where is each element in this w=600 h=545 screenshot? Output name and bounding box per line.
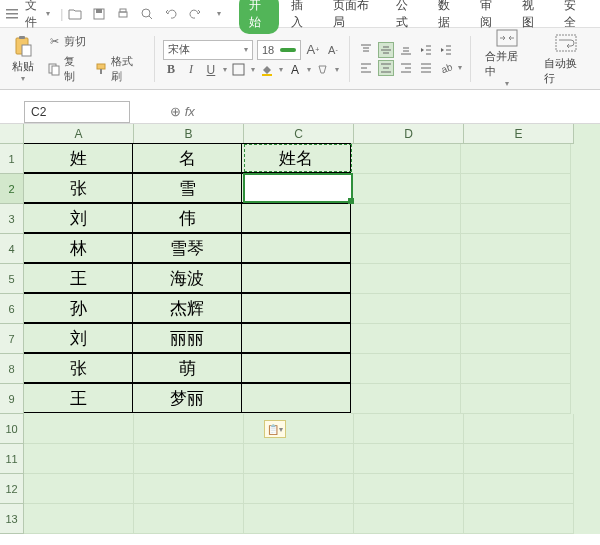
col-header-A[interactable]: A [24, 124, 134, 144]
cut-button[interactable]: ✂剪切 [44, 33, 146, 51]
qa-dropdown-icon[interactable]: ▾ [211, 6, 227, 22]
cell[interactable] [244, 444, 354, 474]
cell[interactable] [241, 323, 351, 353]
cell[interactable]: 姓 [23, 143, 133, 173]
cell[interactable] [461, 174, 571, 204]
increase-indent-icon[interactable] [438, 42, 454, 58]
wrap-text-button[interactable]: 自动换行 [538, 32, 594, 86]
cell[interactable]: 林 [23, 233, 133, 263]
cell[interactable] [461, 204, 571, 234]
decrease-indent-icon[interactable] [418, 42, 434, 58]
row-header[interactable]: 11 [0, 444, 24, 474]
save-icon[interactable] [91, 6, 107, 22]
col-header-B[interactable]: B [134, 124, 244, 144]
cell[interactable] [461, 294, 571, 324]
col-header-D[interactable]: D [354, 124, 464, 144]
redo-icon[interactable] [187, 6, 203, 22]
align-right-icon[interactable] [398, 60, 414, 76]
row-header[interactable]: 12 [0, 474, 24, 504]
format-painter-button[interactable]: 格式刷 [92, 53, 146, 85]
col-header-C[interactable]: C [244, 124, 354, 144]
tab-视图[interactable]: 视图 [512, 0, 552, 34]
underline-button[interactable]: U [203, 62, 219, 78]
justify-icon[interactable] [418, 60, 434, 76]
fx-icon[interactable]: ⊕ fx [170, 104, 195, 119]
tab-页面布局[interactable]: 页面布局 [323, 0, 383, 34]
tab-数据[interactable]: 数据 [428, 0, 468, 34]
italic-button[interactable]: I [183, 62, 199, 78]
tab-公式[interactable]: 公式 [386, 0, 426, 34]
cell[interactable] [351, 354, 461, 384]
cell[interactable]: 姓名 [241, 143, 351, 173]
cell[interactable] [351, 204, 461, 234]
row-header[interactable]: 13 [0, 504, 24, 534]
fill-color-button[interactable] [259, 62, 275, 78]
bold-button[interactable]: B [163, 62, 179, 78]
align-center-icon[interactable] [378, 60, 394, 76]
tab-插入[interactable]: 插入 [281, 0, 321, 34]
cell[interactable] [461, 144, 571, 174]
cell[interactable] [24, 414, 134, 444]
merge-center-button[interactable]: 合并居中▾ [479, 32, 535, 86]
file-menu[interactable]: 文件 ▾ [25, 0, 50, 31]
font-name-select[interactable]: 宋体▾ [163, 40, 253, 60]
font-size-select[interactable]: 18 [257, 40, 301, 60]
cell[interactable] [351, 324, 461, 354]
cell[interactable]: 雪 [132, 173, 242, 203]
cell[interactable] [134, 504, 244, 534]
cell[interactable] [461, 234, 571, 264]
paste-button[interactable]: 粘贴▾ [6, 32, 40, 86]
cell[interactable] [351, 264, 461, 294]
row-header[interactable]: 6 [0, 294, 24, 324]
tab-安全[interactable]: 安全 [554, 0, 594, 34]
cell[interactable]: 王 [23, 383, 133, 413]
cell[interactable]: 海波 [132, 263, 242, 293]
select-all-corner[interactable] [0, 124, 24, 144]
cell[interactable] [351, 174, 461, 204]
cell[interactable]: 萌 [132, 353, 242, 383]
cell[interactable] [461, 324, 571, 354]
cell[interactable] [241, 263, 351, 293]
align-bottom-icon[interactable] [398, 42, 414, 58]
cell[interactable] [24, 444, 134, 474]
font-color-button[interactable]: A [287, 62, 303, 78]
clear-format-icon[interactable] [315, 62, 331, 78]
cell[interactable] [241, 293, 351, 323]
cell[interactable] [241, 233, 351, 263]
row-header[interactable]: 10 [0, 414, 24, 444]
paste-options-button[interactable]: 📋▾ [264, 420, 286, 438]
cell[interactable]: 刘 [23, 203, 133, 233]
cell[interactable] [351, 234, 461, 264]
row-header[interactable]: 9 [0, 384, 24, 414]
cell[interactable] [464, 414, 574, 444]
print-preview-icon[interactable] [139, 6, 155, 22]
cell[interactable]: 雪琴 [132, 233, 242, 263]
cell[interactable]: 杰辉 [132, 293, 242, 323]
cell[interactable] [241, 173, 351, 203]
cell[interactable]: 张 [23, 353, 133, 383]
cell[interactable] [461, 264, 571, 294]
row-header[interactable]: 7 [0, 324, 24, 354]
decrease-font-icon[interactable]: A- [325, 42, 341, 58]
row-header[interactable]: 8 [0, 354, 24, 384]
cell[interactable]: 孙 [23, 293, 133, 323]
cell[interactable] [24, 474, 134, 504]
spreadsheet-grid[interactable]: ABCDE 姓名姓名张雪刘伟林雪琴王海波孙杰辉刘丽丽张萌王梦丽 📋▾ 12345… [0, 124, 600, 534]
cell[interactable]: 王 [23, 263, 133, 293]
cell[interactable] [351, 294, 461, 324]
cell[interactable] [354, 444, 464, 474]
cell[interactable]: 梦丽 [132, 383, 242, 413]
cell[interactable] [464, 474, 574, 504]
copy-button[interactable]: 复制 [44, 53, 88, 85]
cell[interactable] [354, 474, 464, 504]
cell[interactable] [244, 414, 354, 444]
open-icon[interactable] [67, 6, 83, 22]
cell[interactable]: 丽丽 [132, 323, 242, 353]
cell[interactable] [464, 504, 574, 534]
cell[interactable] [354, 504, 464, 534]
row-header[interactable]: 2 [0, 174, 24, 204]
menu-icon[interactable] [6, 7, 19, 21]
align-top-icon[interactable] [358, 42, 374, 58]
orientation-icon[interactable]: ab [438, 60, 454, 76]
cell[interactable] [244, 474, 354, 504]
